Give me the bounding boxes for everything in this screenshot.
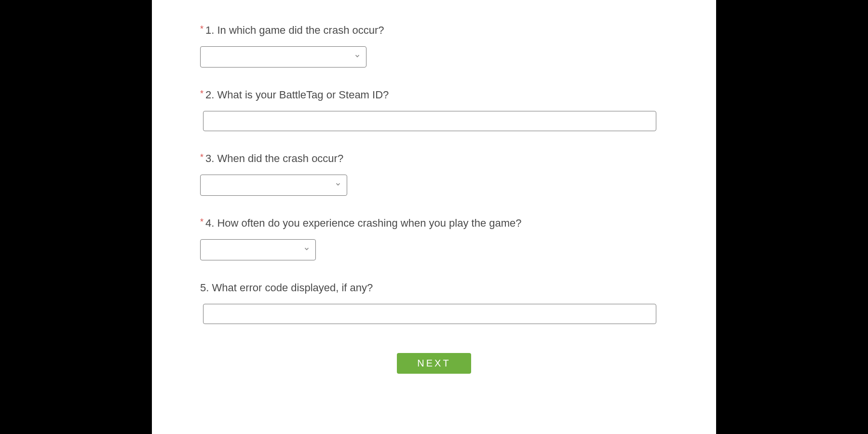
form-container: *1. In which game did the crash occur? *… xyxy=(152,0,716,434)
battletag-input[interactable] xyxy=(203,111,656,131)
question-5-text: 5. What error code displayed, if any? xyxy=(200,282,373,294)
required-star: * xyxy=(200,89,203,98)
next-button[interactable]: NEXT xyxy=(397,353,471,374)
crash-frequency-select[interactable] xyxy=(200,239,316,260)
question-2: *2. What is your BattleTag or Steam ID? xyxy=(200,89,668,131)
button-row: NEXT xyxy=(200,353,668,374)
crash-time-select[interactable] xyxy=(200,175,347,196)
question-2-label: *2. What is your BattleTag or Steam ID? xyxy=(200,89,668,101)
required-star: * xyxy=(200,152,203,162)
question-3-select-wrapper xyxy=(200,175,347,196)
question-1-text: 1. In which game did the crash occur? xyxy=(205,24,384,36)
question-4-text: 4. How often do you experience crashing … xyxy=(205,217,522,229)
question-3-text: 3. When did the crash occur? xyxy=(205,152,343,164)
question-3: *3. When did the crash occur? xyxy=(200,152,668,196)
question-3-label: *3. When did the crash occur? xyxy=(200,152,668,165)
question-2-text: 2. What is your BattleTag or Steam ID? xyxy=(205,89,389,101)
question-1-label: *1. In which game did the crash occur? xyxy=(200,24,668,37)
question-5: 5. What error code displayed, if any? xyxy=(200,282,668,324)
question-4: *4. How often do you experience crashing… xyxy=(200,217,668,260)
game-select[interactable] xyxy=(200,46,366,68)
question-4-select-wrapper xyxy=(200,239,316,260)
question-1: *1. In which game did the crash occur? xyxy=(200,24,668,68)
question-4-label: *4. How often do you experience crashing… xyxy=(200,217,668,230)
required-star: * xyxy=(200,217,203,227)
question-1-select-wrapper xyxy=(200,46,366,68)
error-code-input[interactable] xyxy=(203,304,656,324)
question-5-label: 5. What error code displayed, if any? xyxy=(200,282,668,294)
required-star: * xyxy=(200,24,203,34)
